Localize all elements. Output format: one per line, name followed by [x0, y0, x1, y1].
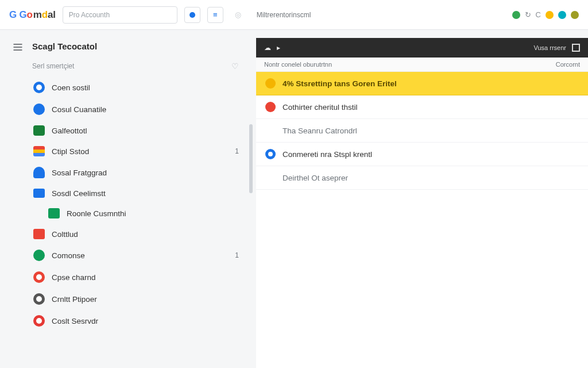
sidebar: Scagl Tecocatol Serl smertçiet ♡ Coen so… [28, 38, 246, 368]
sidebar-item-label: Crnltt Ptipoer [52, 295, 97, 304]
sidebar-item-count: 1 [235, 251, 239, 259]
hamburger-button[interactable] [8, 38, 28, 368]
folder-icon [33, 189, 45, 198]
content-row[interactable]: Tha Seanru Catrondrl [256, 119, 588, 143]
toolbar-box-icon[interactable] [572, 44, 580, 52]
flag-icon: ≡ [213, 10, 218, 19]
favorite-icon[interactable]: ♡ [231, 62, 239, 71]
action-button-tertiary[interactable]: ◎ [230, 7, 246, 23]
row-icon [265, 149, 276, 159]
play-icon[interactable]: ▸ [277, 44, 280, 52]
row-label: Tha Seanru Catrondrl [283, 126, 357, 135]
bell-icon[interactable] [546, 11, 554, 19]
cloud-icon[interactable]: ☁ [264, 44, 271, 52]
sidebar-item-label: Coen sostil [52, 83, 90, 92]
sync-icon[interactable]: C [536, 10, 541, 19]
scroll-thumb[interactable] [249, 124, 253, 193]
sidebar-item-label: Colttlud [52, 230, 78, 239]
stack-icon [33, 146, 45, 156]
row-label: Cothirter cheritul thstil [283, 103, 358, 112]
sidebar-item-label: Cpse charnd [52, 273, 96, 282]
sidebar-item-label: Sosal Fratggrad [52, 168, 107, 177]
topbar-icon-tray: ↻ C [512, 10, 579, 19]
ring-icon [33, 293, 45, 305]
action-button-secondary[interactable]: ≡ [207, 7, 223, 23]
sidebar-item-5[interactable]: Sosdl Ceelimstt [28, 183, 246, 203]
dot-icon [33, 250, 45, 261]
sidebar-item-label: Galfeottotl [52, 126, 87, 135]
sidebar-item-7[interactable]: Colttlud [28, 224, 246, 244]
sidebar-nav: Coen sostil Cosul Cuanatile Galfeottotl … [28, 76, 246, 332]
sidebar-item-label: Roonle Cusmnthi [67, 209, 126, 218]
crumb-left: Nontr conelel oburutrtnn [264, 61, 332, 68]
refresh-icon[interactable]: ↻ [525, 10, 531, 19]
sidebar-item-11[interactable]: Coslt Sesrvdr [28, 310, 246, 332]
sidebar-subheader: Serl smertçiet [32, 62, 74, 70]
square-icon [33, 229, 45, 239]
sidebar-item-label: Comonse [52, 251, 85, 260]
content-row-highlight[interactable]: 4% Stsrettinp tans Goren Eritel [256, 72, 588, 95]
sidebar-item-8[interactable]: Comonse 1 [28, 244, 246, 266]
secondary-label: Miltrerentorinscml [257, 11, 311, 19]
row-label: 4% Stsrettinp tans Goren Eritel [283, 79, 397, 88]
avatar-icon[interactable] [571, 11, 579, 19]
square-icon [33, 125, 45, 136]
app-logo: G Gomdal [9, 9, 56, 21]
workspace: Scagl Tecocatol Serl smertçiet ♡ Coen so… [0, 30, 588, 368]
apps-icon[interactable] [558, 11, 566, 19]
search-input[interactable]: Pro Accounth [63, 6, 177, 24]
scroll-gutter[interactable] [246, 38, 256, 368]
crumb-right: Corcornt [556, 61, 580, 68]
row-label: Conmereti nra Stspl krentl [283, 150, 372, 159]
sidebar-item-1[interactable]: Cosul Cuanatile [28, 98, 246, 120]
sidebar-subheader-row: Serl smertçiet ♡ [28, 59, 246, 76]
sidebar-item-9[interactable]: Cpse charnd [28, 266, 246, 288]
content-row[interactable]: Deirthel Ot aseprer [256, 166, 588, 190]
content-row[interactable]: Conmereti nra Stspl krentl [256, 143, 588, 166]
logo-text: mdal [33, 9, 56, 21]
row-icon [265, 102, 276, 112]
sidebar-item-2[interactable]: Galfeottotl [28, 120, 246, 141]
top-bar: G Gomdal Pro Accounth ≡ ◎ Miltrerentorin… [0, 0, 588, 30]
sidebar-item-label: Cosul Cuanatile [52, 105, 106, 114]
row-icon [265, 78, 276, 89]
sidebar-item-label: Sosdl Ceelimstt [52, 189, 106, 198]
row-icon [265, 172, 276, 183]
sidebar-item-3[interactable]: Ctipl Sstod 1 [28, 141, 246, 162]
square-icon [48, 208, 60, 218]
row-label: Deirthel Ot aseprer [283, 174, 348, 182]
sidebar-item-6[interactable]: Roonle Cusmnthi [28, 203, 246, 224]
sidebar-item-count: 1 [235, 147, 239, 155]
status-icon[interactable] [512, 11, 520, 19]
search-placeholder: Pro Accounth [69, 11, 110, 19]
dot-icon [33, 103, 45, 115]
sidebar-title: Scagl Tecocatol [28, 38, 246, 59]
sidebar-item-label: Ctipl Sstod [52, 147, 89, 156]
content-row[interactable]: Cothirter cheritul thstil [256, 95, 588, 119]
content-toolbar: ☁ ▸ Vusa rrsenr [256, 38, 588, 57]
sidebar-item-0[interactable]: Coen sostil [28, 76, 246, 98]
content-pane: ☁ ▸ Vusa rrsenr Nontr conelel oburutrtnn… [256, 38, 588, 368]
content-crumbbar: Nontr conelel oburutrtnn Corcornt [256, 57, 588, 72]
sidebar-item-4[interactable]: Sosal Fratggrad [28, 162, 246, 183]
action-button-primary[interactable] [184, 7, 200, 23]
row-icon [265, 125, 276, 136]
ring-icon [33, 315, 45, 327]
toolbar-right-label: Vusa rrsenr [534, 44, 566, 51]
ring-icon [33, 271, 45, 283]
content-list: 4% Stsrettinp tans Goren Eritel Cothirte… [256, 72, 588, 368]
arch-icon [33, 167, 45, 178]
sidebar-item-10[interactable]: Crnltt Ptipoer [28, 288, 246, 310]
faint-icon: ◎ [235, 10, 241, 19]
sidebar-item-label: Coslt Sesrvdr [52, 317, 98, 325]
circle-icon [33, 82, 45, 93]
